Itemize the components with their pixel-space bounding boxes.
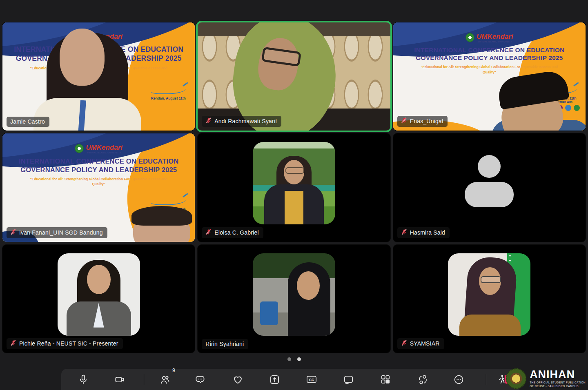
page-dot-2[interactable]	[297, 357, 301, 361]
page-dot-1[interactable]	[287, 357, 291, 361]
participant-tile-ririn-syahriani[interactable]: Ririn Syahriani	[198, 245, 390, 353]
umkendari-logo-icon	[466, 33, 474, 42]
participant-tile-syamsiar[interactable]: SYAMSIAR	[393, 245, 586, 353]
reactions-button[interactable]	[229, 370, 247, 388]
anihan-watermark: ANIHAN THE OFFICIAL STUDENT PUBLICATION …	[506, 368, 586, 389]
participant-tile-jamie-castro[interactable]: UMKendari INTERNATIONAL CONFERENCE ON ED…	[2, 22, 195, 131]
name-label: Pichie Reña - NEUST SIC - Presenter	[7, 338, 123, 349]
toolbar-divider	[486, 374, 486, 385]
name-label: Hasmira Said	[397, 227, 450, 238]
participants-icon	[159, 374, 170, 385]
more-button[interactable]	[450, 370, 468, 388]
whiteboard-icon	[343, 374, 354, 385]
signature-graphic	[151, 85, 186, 94]
name-label: Enas_Unigal	[397, 116, 448, 127]
participant-tile-eloisa-gabriel[interactable]: Eloisa C. Gabriel	[198, 133, 390, 242]
participant-tile-andi-rachmawati[interactable]: Andi Rachmawati Syarif	[198, 22, 390, 131]
svg-text:CC: CC	[309, 378, 314, 382]
toolbar-divider	[144, 374, 144, 385]
microphone-icon	[78, 374, 89, 385]
video-button[interactable]	[111, 370, 129, 388]
conference-subtitle: "Educational for All: Strengthening Glob…	[24, 177, 174, 187]
name-label: Jamie Castro	[7, 117, 49, 127]
conference-title: INTERNATIONAL CONFERENCE ON EDUCATION GO…	[19, 157, 178, 174]
anihan-subtitle: THE OFFICIAL STUDENT PUBLICATION OF NEUS…	[530, 381, 586, 388]
conference-title: INTERNATIONAL CONFERENCE ON EDUCATION GO…	[414, 46, 564, 62]
anihan-title: ANIHAN	[530, 369, 586, 380]
name-label: Eloisa C. Gabriel	[202, 227, 263, 238]
participants-button[interactable]: 9	[156, 370, 174, 388]
profile-photo	[58, 253, 140, 336]
breakout-rooms-button[interactable]	[414, 370, 432, 388]
apps-button[interactable]	[376, 370, 394, 388]
name-label: SYAMSIAR	[397, 338, 444, 349]
share-screen-icon	[269, 374, 280, 385]
meeting-toolbar: 9 CC	[61, 369, 519, 390]
profile-photo	[253, 142, 335, 224]
signature-graphic	[151, 196, 186, 205]
video-grid: UMKendari INTERNATIONAL CONFERENCE ON ED…	[2, 22, 586, 353]
captions-button[interactable]: CC	[303, 370, 321, 388]
microphone-button[interactable]	[74, 370, 92, 388]
chat-button[interactable]	[191, 370, 209, 388]
muted-mic-icon	[205, 117, 212, 124]
muted-mic-icon	[401, 117, 407, 124]
participant-tile-pichie-rena[interactable]: Pichie Reña - NEUST SIC - Presenter	[2, 245, 195, 353]
share-screen-button[interactable]	[265, 370, 283, 388]
name-label: Ivan Fanani_UIN SGD Bandung	[7, 227, 107, 238]
name-label: Ririn Syahriani	[202, 339, 248, 349]
participant-tile-ivan-fanani[interactable]: UMKendari VIRTUAL ISLAMIC UNIVERSITY INT…	[2, 133, 195, 242]
chat-icon	[195, 374, 206, 385]
participant-tile-enas-unigal[interactable]: UMKendari VIRTUAL ISLAMIC UNIVERSITY INT…	[393, 22, 586, 131]
video-camera-icon	[114, 374, 125, 385]
heart-reaction-icon	[232, 374, 243, 385]
profile-photo	[448, 253, 530, 336]
muted-mic-icon	[205, 229, 212, 235]
muted-mic-icon	[10, 340, 16, 346]
avatar-placeholder-icon	[465, 155, 514, 207]
breakout-rooms-icon	[417, 374, 428, 385]
anihan-logo-icon	[506, 368, 526, 389]
page-indicator	[0, 357, 588, 361]
captions-icon: CC	[306, 374, 317, 385]
participants-count-badge: 9	[172, 368, 175, 373]
participant-tile-hasmira-said[interactable]: Hasmira Said	[393, 133, 586, 242]
whiteboard-button[interactable]	[339, 370, 357, 388]
apps-grid-icon	[380, 374, 391, 385]
name-label: Andi Rachmawati Syarif	[202, 116, 281, 127]
muted-mic-icon	[10, 229, 16, 235]
profile-photo	[253, 253, 335, 336]
muted-mic-icon	[401, 229, 407, 235]
muted-mic-icon	[401, 340, 407, 346]
more-icon	[453, 374, 464, 385]
umkendari-logo-icon	[75, 144, 84, 153]
